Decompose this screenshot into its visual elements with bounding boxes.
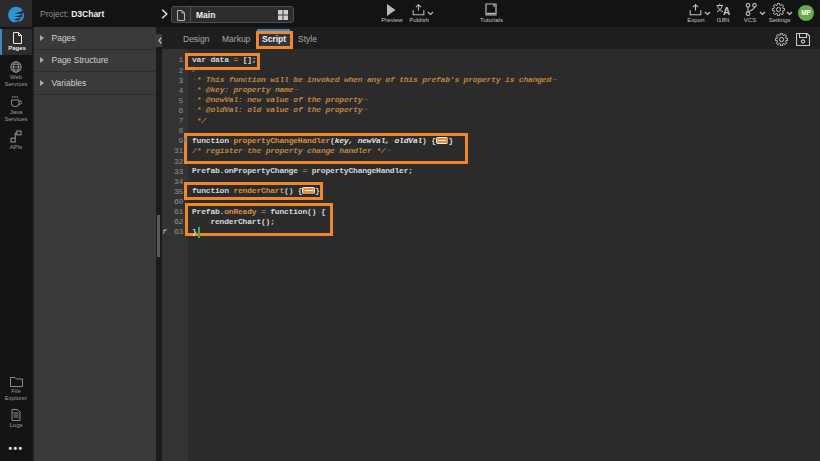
svg-text:A: A (723, 6, 730, 17)
